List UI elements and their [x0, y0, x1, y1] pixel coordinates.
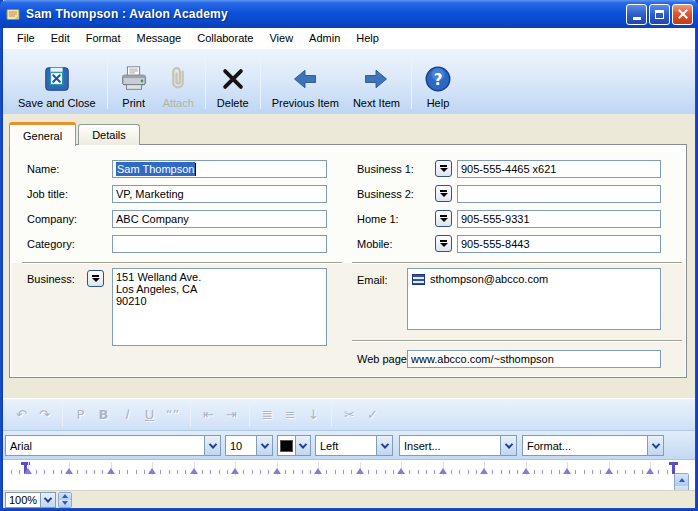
name-field[interactable]: Sam Thompson: [112, 160, 327, 178]
font-color-swatch: [280, 440, 293, 452]
svg-text:?: ?: [434, 70, 443, 88]
home1-type-dropdown[interactable]: [435, 210, 452, 227]
minimize-icon: [633, 17, 641, 20]
title-bar[interactable]: Sam Thompson : Avalon Academy: [0, 0, 698, 28]
business2-field[interactable]: [457, 185, 661, 203]
font-size-combo[interactable]: 10: [225, 435, 273, 456]
editor-strip: [3, 460, 695, 490]
general-tab-panel: Name: Sam Thompson Job title: Company: C…: [9, 144, 687, 378]
toolbar-separator: [331, 403, 332, 427]
job-title-field[interactable]: [112, 185, 327, 203]
zoom-spinner[interactable]: [58, 492, 72, 508]
quote-icon: “”: [162, 407, 183, 422]
delete-label: Delete: [217, 97, 249, 109]
chevron-down-icon: [500, 436, 516, 455]
business2-type-dropdown[interactable]: [435, 185, 452, 202]
window-border: [0, 0, 3, 511]
tab-general[interactable]: General: [9, 122, 76, 146]
email-field[interactable]: sthompson@abcco.com: [407, 268, 661, 330]
menu-item-message[interactable]: Message: [129, 30, 190, 46]
insert-combo[interactable]: Insert...: [399, 435, 517, 456]
dropdown-icon: [440, 215, 447, 217]
print-icon: [119, 61, 149, 97]
cut-icon: ✂: [339, 407, 360, 422]
business1-label: Business 1:: [357, 163, 414, 175]
business1-field[interactable]: [457, 160, 661, 178]
ruler: [3, 460, 695, 477]
chevron-down-icon: [295, 436, 310, 455]
arrow-right-icon: [362, 61, 390, 97]
alignment-value: Left: [316, 440, 376, 452]
insert-value: Insert...: [400, 440, 500, 452]
toolbar-separator: [107, 55, 108, 109]
save-close-icon: [42, 61, 72, 97]
mobile-label: Mobile:: [357, 238, 392, 250]
next-item-button[interactable]: Next Item: [346, 53, 407, 111]
status-bar: 100%: [3, 490, 695, 508]
font-family-combo[interactable]: Arial: [5, 435, 221, 456]
section-divider: [352, 262, 682, 264]
app-icon: [5, 6, 21, 22]
menu-item-file[interactable]: File: [9, 30, 43, 46]
job-title-label: Job title:: [27, 188, 68, 200]
print-button[interactable]: Print: [112, 53, 156, 111]
menu-item-edit[interactable]: Edit: [43, 30, 78, 46]
maximize-button[interactable]: [649, 4, 670, 25]
close-button[interactable]: [672, 4, 693, 25]
save-and-close-button[interactable]: Save and Close: [11, 53, 103, 111]
menu-item-admin[interactable]: Admin: [301, 30, 348, 46]
contact-editor-window: Sam Thompson : Avalon Academy File Edit …: [0, 0, 698, 511]
zoom-dropdown-button[interactable]: [41, 492, 56, 508]
section-divider: [352, 340, 682, 342]
zoom-level-field[interactable]: 100%: [5, 492, 41, 508]
business-address-type-dropdown[interactable]: [87, 270, 104, 287]
home1-field[interactable]: [457, 210, 661, 228]
delete-button[interactable]: Delete: [210, 53, 256, 111]
format-combo[interactable]: Format...: [522, 435, 664, 456]
toolbar-separator: [260, 55, 261, 109]
zoom-decrease-icon[interactable]: [59, 500, 71, 507]
menu-bar: File Edit Format Message Collaborate Vie…: [3, 28, 695, 48]
dropdown-icon: [440, 243, 448, 247]
dropdown-icon: [92, 275, 99, 277]
save-and-close-label: Save and Close: [18, 97, 96, 109]
toolbar-separator: [205, 55, 206, 109]
delete-icon: [219, 61, 247, 97]
web-page-field[interactable]: [407, 350, 661, 368]
help-button[interactable]: ? Help: [416, 53, 460, 111]
dropdown-icon: [92, 278, 100, 282]
category-field[interactable]: [112, 235, 327, 253]
font-family-value: Arial: [6, 440, 204, 452]
business1-type-dropdown[interactable]: [435, 160, 452, 177]
menu-item-view[interactable]: View: [261, 30, 301, 46]
attach-button: Attach: [156, 53, 201, 111]
email-value: sthompson@abcco.com: [430, 273, 548, 285]
home1-label: Home 1:: [357, 213, 399, 225]
redo-icon: ↷: [34, 407, 55, 422]
menu-item-help[interactable]: Help: [348, 30, 387, 46]
tab-details[interactable]: Details: [78, 124, 140, 145]
text-caret: [195, 163, 196, 176]
font-color-combo[interactable]: [277, 435, 311, 456]
alignment-combo[interactable]: Left: [315, 435, 393, 456]
menu-item-format[interactable]: Format: [78, 30, 129, 46]
web-page-label: Web page:: [357, 353, 410, 365]
business-address-field[interactable]: 151 Welland Ave. Los Angeles, CA 90210: [112, 268, 327, 346]
zoom-increase-icon[interactable]: [59, 493, 71, 500]
company-field[interactable]: [112, 210, 327, 228]
maximize-icon: [655, 10, 664, 19]
mobile-type-dropdown[interactable]: [435, 235, 452, 252]
scroll-up-icon[interactable]: [675, 474, 688, 486]
mobile-field[interactable]: [457, 235, 661, 253]
previous-item-button[interactable]: Previous Item: [265, 53, 346, 111]
toolbar-separator: [62, 403, 63, 427]
company-label: Company:: [27, 213, 77, 225]
chevron-down-icon: [256, 436, 272, 455]
section-divider: [22, 262, 342, 264]
menu-item-collaborate[interactable]: Collaborate: [189, 30, 261, 46]
font-size-value: 10: [226, 440, 256, 452]
main-toolbar: Save and Close Print A: [3, 48, 695, 114]
minimize-button[interactable]: [626, 4, 647, 25]
chevron-down-icon: [204, 436, 220, 455]
dropdown-icon: [440, 165, 447, 167]
